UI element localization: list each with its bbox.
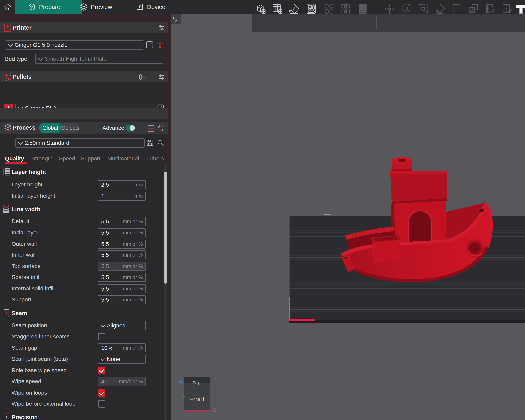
role-base-wipe-speed-checkbox[interactable]	[98, 367, 105, 374]
line-width-inner-wall-input[interactable]: 5.5 mm or %	[98, 250, 146, 259]
variable-layer-height-icon[interactable]	[357, 3, 368, 14]
tab-strength[interactable]: Strength	[31, 154, 53, 163]
setting-label: Inner wall	[12, 250, 36, 259]
scope-objects[interactable]: Objects	[61, 123, 79, 133]
line-width-support-input[interactable]: 5.5 mm or %	[98, 295, 146, 304]
tab-quality[interactable]: Quality	[5, 154, 24, 163]
compare-ab-button[interactable]: A B	[157, 124, 165, 132]
wipe-before-external-loop-checkbox[interactable]	[98, 400, 105, 408]
section-rule	[47, 209, 156, 209]
unit: mm or %	[123, 262, 143, 271]
pellets-settings-button[interactable]	[157, 73, 165, 81]
seam-gap-input[interactable]: 10% mm or %	[98, 343, 146, 352]
precision-title: Precision	[12, 412, 38, 420]
collapse-panel-button[interactable]: ‹ ›	[171, 14, 181, 24]
line-width-default-input[interactable]: 5.5 mm or %	[98, 217, 146, 226]
svg-text:B: B	[162, 129, 165, 132]
setting-row: Seam position Aligned	[0, 321, 164, 330]
navcube-top-label[interactable]: Top	[184, 381, 210, 385]
rotate-icon[interactable]	[401, 3, 412, 14]
split-to-objects-icon[interactable]	[323, 3, 335, 14]
plate-tab-marker[interactable]	[324, 214, 331, 215]
lay-flat-icon[interactable]	[434, 3, 445, 14]
tab-prepare-label: Prepare	[39, 4, 60, 10]
line-width-top-surface-input[interactable]: 5.5 mm or %	[98, 262, 146, 271]
value: 40	[101, 377, 107, 386]
benchy-model[interactable]	[334, 152, 494, 284]
printer-name: Ginger G1 5.0 nozzle	[15, 41, 142, 49]
line-width-outer-wall-input[interactable]: 5.5 mm or %	[98, 240, 146, 249]
line-width-sparse-infill-input[interactable]: 5.5 mm or %	[98, 273, 146, 282]
value: 10%	[101, 344, 112, 352]
setting-row: Role base wipe speed	[0, 366, 164, 375]
home-button[interactable]	[0, 0, 15, 14]
add-model-icon[interactable]	[255, 3, 266, 14]
printer-select[interactable]: Ginger G1 5.0 nozzle	[5, 40, 144, 50]
split-to-parts-icon[interactable]	[340, 3, 351, 14]
unit: mm/s or %	[119, 377, 143, 386]
scope-global[interactable]: Global	[39, 123, 61, 133]
auto-orient-icon[interactable]: A	[288, 3, 300, 14]
setting-row: Layer height 2.5 mm	[0, 180, 164, 189]
chevron-down-icon	[8, 42, 13, 47]
staggered-inner-seams-checkbox[interactable]	[98, 333, 105, 340]
printer-edit-button[interactable]	[146, 41, 154, 49]
add-plate-icon[interactable]	[272, 3, 283, 14]
value: 5.5	[101, 240, 109, 248]
app-window: Prepare Preview Device	[0, 0, 525, 420]
navigation-cube[interactable]: Top Front	[184, 377, 210, 411]
setting-label: Scarf joint seam (beta)	[12, 355, 68, 364]
pellets-section-title: Pellets	[13, 71, 32, 82]
wipe-on-loops-checkbox[interactable]	[98, 389, 105, 397]
tab-speed[interactable]: Speed	[59, 154, 75, 163]
setting-row: Wipe on loops	[0, 388, 164, 397]
setting-label: Wipe speed	[12, 377, 41, 386]
layer-height-input[interactable]: 2.5 mm	[98, 180, 146, 189]
scarf-joint-seam-select[interactable]: None	[98, 355, 146, 364]
add-pellet-button[interactable]	[138, 73, 146, 81]
printer-settings-button[interactable]	[157, 24, 165, 32]
move-icon[interactable]	[384, 3, 395, 14]
initial-layer-height-input[interactable]: 1 mm	[98, 192, 146, 201]
arrange-icon[interactable]	[306, 3, 317, 14]
wipe-speed-input[interactable]: 40 mm/s or %	[98, 377, 146, 386]
parameter-list-button[interactable]	[147, 124, 155, 132]
value: 5.5	[101, 296, 109, 304]
setting-row: Default 5.5 mm or %	[0, 217, 164, 226]
preset-select[interactable]: 2.50mm Standard	[15, 138, 145, 148]
line-width-internal-solid-input[interactable]: 5.5 mm or %	[98, 284, 146, 293]
mesh-boolean-icon[interactable]	[468, 3, 479, 14]
advance-label: Advance	[103, 122, 124, 134]
tab-prepare[interactable]: Prepare	[15, 0, 82, 14]
plate-x-axis-line	[289, 319, 315, 321]
tab-support[interactable]: Support	[81, 154, 100, 163]
scrollbar-thumb[interactable]	[164, 172, 167, 284]
tab-device[interactable]: Device	[136, 0, 170, 14]
unit: mm	[134, 192, 143, 200]
tabs-divider	[0, 164, 168, 164]
seam-position-select[interactable]: Aligned	[98, 321, 146, 330]
support-paint-icon[interactable]	[484, 3, 496, 14]
seam-paint-icon[interactable]	[501, 3, 512, 14]
text-tool-icon[interactable]	[515, 3, 525, 14]
process-icon	[4, 124, 12, 133]
bed-type-select[interactable]: Smooth High Temp Plate	[35, 54, 163, 64]
tab-others[interactable]: Others	[147, 154, 164, 163]
scale-icon[interactable]	[418, 3, 429, 14]
wifi-icon[interactable]	[156, 41, 164, 49]
setting-row: Initial layer height 1 mm	[0, 191, 164, 201]
tab-multimaterial[interactable]: Multimaterial	[107, 154, 139, 163]
precision-icon	[2, 413, 11, 420]
unit: mm or %	[123, 229, 143, 237]
cut-icon[interactable]	[451, 3, 462, 14]
navcube-front-label[interactable]: Front	[184, 395, 210, 403]
tab-preview[interactable]: Preview	[80, 0, 116, 14]
process-scope-toggle[interactable]: Global Objects	[39, 123, 80, 133]
chevron-down-icon	[18, 140, 23, 145]
seam-icon	[2, 308, 11, 319]
line-width-initial-layer-input[interactable]: 5.5 mm or %	[98, 228, 146, 237]
search-preset-button[interactable]	[157, 139, 165, 147]
advance-toggle[interactable]	[126, 125, 135, 131]
save-preset-button[interactable]	[146, 139, 154, 147]
setting-label: Seam gap	[12, 343, 37, 352]
